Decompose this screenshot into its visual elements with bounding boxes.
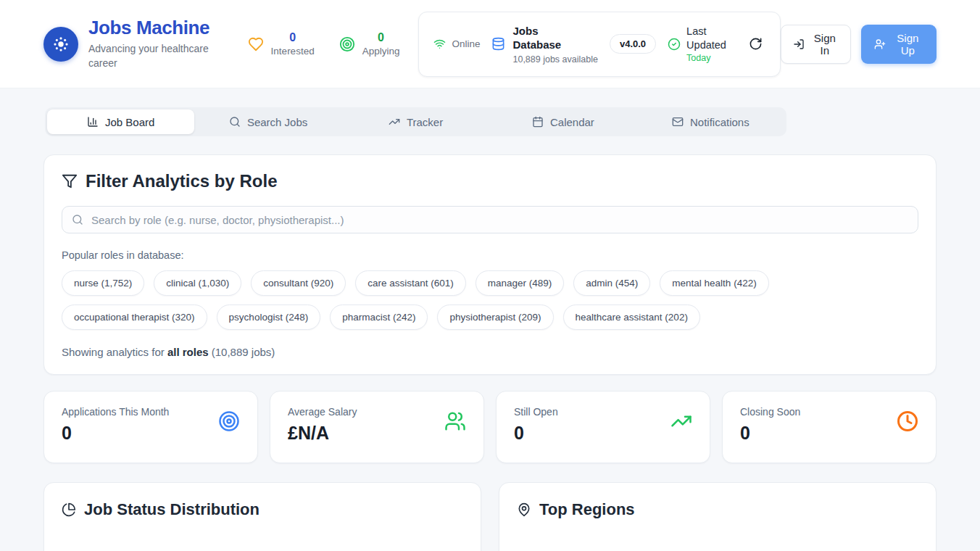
clock-icon	[897, 410, 918, 432]
role-chip[interactable]: clinical (1,030)	[154, 270, 241, 296]
role-chip[interactable]: admin (454)	[573, 270, 650, 296]
page-subtitle: Advancing your healthcare career	[88, 41, 222, 71]
popular-roles-label: Popular roles in database:	[62, 249, 918, 261]
tab-label: Search Jobs	[247, 116, 307, 128]
tab-job-board[interactable]: Job Board	[47, 109, 194, 134]
app-header: Jobs Machine Advancing your healthcare c…	[0, 0, 980, 88]
tab-label: Notifications	[690, 116, 749, 128]
log-in-icon	[793, 38, 805, 50]
stat-card-average-salary: Average Salary £N/A	[270, 391, 484, 463]
pie-chart-icon	[62, 502, 76, 517]
role-chip[interactable]: mental health (422)	[660, 270, 768, 296]
top-regions-card: Top Regions	[499, 482, 937, 551]
calendar-icon	[532, 116, 544, 128]
showing-prefix: Showing analytics for	[62, 346, 167, 358]
target-icon	[218, 410, 240, 432]
stat-value: 0	[740, 423, 800, 444]
database-name: Jobs Database	[512, 24, 579, 52]
last-updated-value: Today	[686, 53, 734, 63]
mail-icon	[672, 116, 684, 128]
charts-row: Job Status Distribution Top Regions	[43, 482, 937, 551]
stat-cards-row: Applications This Month 0 Average Salary…	[43, 391, 937, 463]
tab-tracker[interactable]: Tracker	[342, 109, 489, 134]
stat-label: Applications This Month	[62, 406, 169, 418]
sign-up-label: Sign Up	[892, 32, 923, 57]
sign-up-button[interactable]: Sign Up	[861, 25, 937, 64]
last-updated-label: Last Updated	[686, 25, 734, 52]
target-icon	[339, 36, 355, 52]
stat-value: 0	[514, 423, 558, 444]
interested-count: 0	[289, 31, 296, 44]
stat-value: £N/A	[288, 423, 357, 444]
heart-icon	[248, 36, 264, 52]
stat-card-still-open: Still Open 0	[496, 391, 710, 463]
filter-section-title: Filter Analytics by Role	[86, 171, 278, 191]
role-chip[interactable]: physiotherapist (209)	[437, 304, 553, 330]
jobs-database-panel: Online Jobs Database 10,889 jobs availab…	[418, 12, 781, 77]
section-title: Top Regions	[539, 500, 635, 519]
version-badge: v4.0.0	[610, 34, 656, 54]
role-chip[interactable]: occupational therapist (320)	[62, 304, 207, 330]
stat-label: Average Salary	[288, 406, 357, 418]
auth-buttons: Sign In Sign Up	[781, 25, 937, 64]
trending-up-icon	[389, 116, 400, 128]
role-chip-list: nurse (1,752)clinical (1,030)consultant …	[62, 270, 918, 330]
page-title: Jobs Machine	[88, 17, 222, 38]
stat-card-closing-soon: Closing Soon 0	[722, 391, 937, 463]
sign-in-label: Sign In	[811, 32, 839, 57]
user-plus-icon	[874, 38, 886, 50]
applying-stat: 0 Applying	[339, 31, 400, 57]
map-pin-icon	[517, 502, 531, 517]
database-info: Jobs Database 10,889 jobs available	[491, 24, 597, 65]
sign-in-button[interactable]: Sign In	[781, 25, 851, 64]
showing-analytics-text: Showing analytics for all roles (10,889 …	[62, 346, 918, 358]
jobs-available-count: 10,889 jobs available	[512, 54, 597, 65]
database-icon	[491, 37, 505, 51]
users-icon	[444, 410, 466, 432]
sparkle-gear-icon	[51, 35, 70, 54]
search-icon	[229, 116, 241, 128]
section-title: Job Status Distribution	[84, 500, 259, 519]
role-chip[interactable]: consultant (920)	[251, 270, 346, 296]
bar-chart-icon	[87, 116, 99, 128]
main-nav: Job Board Search Jobs Tracker Calendar	[45, 107, 786, 136]
role-chip[interactable]: manager (489)	[476, 270, 565, 296]
trending-up-icon	[670, 410, 692, 432]
showing-suffix: (10,889 jobs)	[209, 346, 275, 358]
interested-label: Interested	[271, 46, 315, 57]
role-chip[interactable]: pharmacist (242)	[330, 304, 428, 330]
stat-value: 0	[62, 423, 169, 444]
applying-count: 0	[378, 31, 384, 44]
role-chip[interactable]: psychologist (248)	[217, 304, 321, 330]
header-stats: 0 Interested 0 Applying	[248, 31, 400, 57]
tab-label: Tracker	[407, 116, 443, 128]
wifi-icon	[433, 38, 446, 50]
stat-card-applications: Applications This Month 0	[43, 391, 258, 463]
circle-check-icon	[668, 38, 681, 51]
showing-roles-value: all roles	[167, 346, 209, 358]
role-search-input[interactable]	[62, 206, 918, 233]
tab-calendar[interactable]: Calendar	[489, 109, 636, 134]
app-logo	[43, 27, 78, 62]
tab-label: Calendar	[550, 116, 594, 128]
tab-label: Job Board	[105, 116, 154, 128]
role-chip[interactable]: healthcare assistant (202)	[563, 304, 700, 330]
tab-search-jobs[interactable]: Search Jobs	[194, 109, 341, 134]
refresh-icon	[749, 37, 763, 51]
last-updated: Last Updated Today	[668, 25, 734, 64]
job-status-distribution-card: Job Status Distribution	[43, 482, 481, 551]
applying-label: Applying	[362, 46, 400, 57]
online-status-label: Online	[452, 38, 480, 49]
filter-analytics-card: Filter Analytics by Role Popular roles i…	[43, 154, 937, 375]
interested-stat: 0 Interested	[248, 31, 315, 57]
stat-label: Closing Soon	[740, 406, 800, 418]
tab-notifications[interactable]: Notifications	[637, 109, 784, 134]
funnel-icon	[62, 173, 78, 189]
role-chip[interactable]: care assistant (601)	[355, 270, 466, 296]
search-icon	[72, 214, 83, 225]
online-status: Online	[433, 38, 480, 50]
stat-label: Still Open	[514, 406, 558, 418]
role-chip[interactable]: nurse (1,752)	[62, 270, 144, 296]
refresh-button[interactable]	[746, 34, 765, 54]
